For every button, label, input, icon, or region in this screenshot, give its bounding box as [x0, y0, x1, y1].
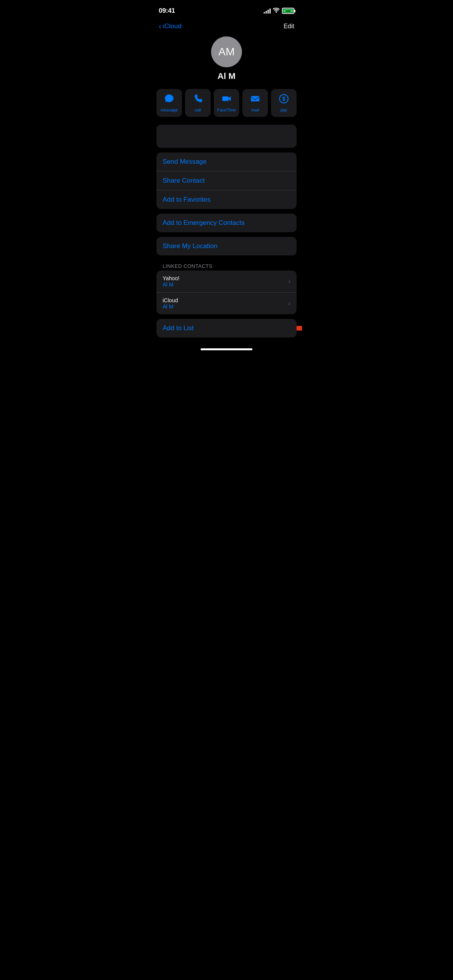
chevron-right-icon: › — [288, 278, 290, 285]
contact-section: AM Al M — [151, 36, 302, 89]
action-buttons-row: message call FaceTime mail — [151, 89, 302, 117]
red-arrow-icon — [297, 320, 302, 337]
linked-yahoo-name: Al M — [163, 281, 179, 288]
share-contact-label: Share Contact — [163, 177, 205, 184]
mail-button[interactable]: mail — [242, 89, 268, 117]
linked-icloud-info: iCloud Al M — [163, 297, 178, 310]
signal-icon — [264, 8, 271, 14]
send-message-label: Send Message — [163, 158, 206, 165]
avatar: AM — [211, 36, 242, 67]
add-to-favorites-row[interactable]: Add to Favorites — [156, 190, 297, 209]
linked-icloud-row[interactable]: iCloud Al M › — [156, 293, 297, 314]
linked-contacts-title: LINKED CONTACTS — [163, 263, 213, 269]
chevron-right-icon-2: › — [288, 300, 290, 307]
linked-yahoo-row[interactable]: Yahoo! Al M › — [156, 271, 297, 293]
chevron-left-icon: ‹ — [159, 22, 161, 30]
arrow-annotation — [297, 320, 302, 337]
facetime-label: FaceTime — [217, 108, 236, 112]
status-bar: 09:41 100 — [151, 0, 302, 19]
actions-card: Send Message Share Contact Add to Favori… — [156, 152, 297, 209]
contact-name: Al M — [218, 71, 235, 81]
wifi-icon — [273, 8, 280, 14]
call-label: call — [195, 108, 201, 112]
status-time: 09:41 — [159, 7, 175, 15]
back-label: iCloud — [163, 22, 182, 30]
linked-icloud-name: Al M — [163, 303, 178, 310]
add-to-favorites-label: Add to Favorites — [163, 196, 211, 203]
add-to-list-card: Add to List — [156, 319, 297, 338]
battery-icon: 100 — [282, 8, 294, 14]
send-message-row[interactable]: Send Message — [156, 152, 297, 171]
share-location-row[interactable]: Share My Location — [156, 237, 297, 255]
facetime-icon — [221, 94, 232, 106]
mail-icon — [250, 94, 260, 106]
svg-rect-5 — [297, 326, 302, 331]
home-indicator — [151, 345, 302, 358]
linked-contacts-card: Yahoo! Al M › iCloud Al M › — [156, 271, 297, 314]
facetime-button[interactable]: FaceTime — [214, 89, 239, 117]
pay-icon: $ — [279, 94, 289, 106]
home-bar — [201, 348, 252, 350]
linked-icloud-source: iCloud — [163, 297, 178, 303]
share-location-label: Share My Location — [163, 242, 218, 250]
pay-label: pay — [280, 108, 287, 112]
emergency-contacts-row[interactable]: Add to Emergency Contacts — [156, 214, 297, 232]
pay-button[interactable]: $ pay — [271, 89, 297, 117]
edit-button[interactable]: Edit — [283, 23, 294, 30]
back-button[interactable]: ‹ iCloud — [159, 22, 182, 30]
empty-card — [156, 125, 297, 148]
call-button[interactable]: call — [185, 89, 211, 117]
add-to-list-label: Add to List — [163, 324, 194, 332]
share-contact-row[interactable]: Share Contact — [156, 171, 297, 190]
share-location-card: Share My Location — [156, 237, 297, 255]
linked-yahoo-source: Yahoo! — [163, 275, 179, 281]
svg-rect-1 — [251, 96, 259, 101]
emergency-contacts-label: Add to Emergency Contacts — [163, 219, 245, 226]
edit-label: Edit — [283, 23, 294, 29]
message-icon — [164, 94, 174, 106]
add-to-list-row[interactable]: Add to List — [156, 319, 297, 338]
message-label: message — [161, 108, 178, 112]
nav-header: ‹ iCloud Edit — [151, 19, 302, 36]
message-button[interactable]: message — [156, 89, 182, 117]
avatar-initials: AM — [218, 46, 235, 58]
svg-text:$: $ — [282, 96, 285, 102]
call-icon — [193, 94, 203, 106]
status-icons: 100 — [264, 8, 294, 14]
emergency-contacts-card: Add to Emergency Contacts — [156, 214, 297, 232]
add-to-list-container: Add to List — [156, 319, 297, 338]
mail-label: mail — [251, 108, 259, 112]
linked-contacts-header: LINKED CONTACTS — [151, 260, 302, 271]
linked-yahoo-info: Yahoo! Al M — [163, 275, 179, 288]
svg-rect-0 — [222, 96, 228, 101]
